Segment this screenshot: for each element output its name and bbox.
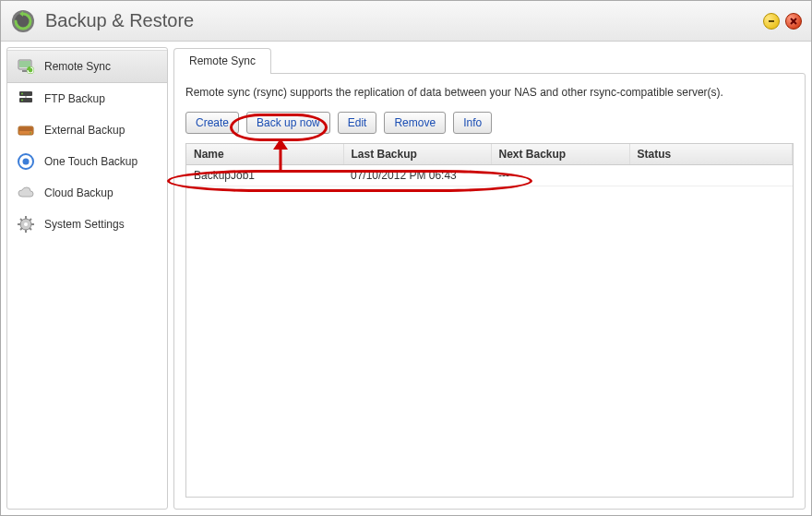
toolbar: Create Back up now Edit Remove Info [185,112,794,134]
cell-last-backup: 07/10/2012 PM 06:43 [343,164,491,186]
remove-button[interactable]: Remove [384,112,446,134]
tab-remote-sync[interactable]: Remote Sync [173,48,271,74]
tabs: Remote Sync [173,47,806,73]
svg-point-17 [23,159,30,165]
sidebar-item-label: External Backup [44,124,125,137]
col-next-backup[interactable]: Next Backup [491,144,629,165]
sidebar-item-cloud-backup[interactable]: Cloud Backup [7,177,167,209]
svg-rect-7 [19,61,30,67]
sidebar: Remote Sync FTP Backup External Backup O… [6,47,168,510]
sidebar-item-system-settings[interactable]: System Settings [7,209,167,240]
close-button[interactable] [785,13,802,30]
app-icon [10,8,36,34]
cloud-backup-icon [17,184,35,202]
sidebar-item-label: One Touch Backup [44,155,137,168]
col-last-backup[interactable]: Last Backup [343,144,491,165]
remote-sync-icon [17,57,35,76]
sidebar-item-ftp-backup[interactable]: FTP Backup [7,83,167,114]
window-controls [763,13,802,30]
svg-point-19 [24,222,28,226]
gear-icon [17,215,35,234]
svg-point-11 [21,93,23,95]
sidebar-item-label: System Settings [44,218,125,231]
job-table-container: Name Last Backup Next Backup Status Back… [185,143,794,498]
backup-now-button[interactable]: Back up now [246,112,330,134]
one-touch-backup-icon [17,152,35,171]
window: Backup & Restore Remote Sync FTP Bac [0,0,812,516]
titlebar: Backup & Restore [1,1,811,42]
minimize-button[interactable] [763,13,780,30]
col-name[interactable]: Name [186,144,343,165]
svg-line-25 [30,228,31,230]
sidebar-item-one-touch-backup[interactable]: One Touch Backup [7,146,167,177]
ftp-backup-icon [17,90,35,108]
main: Remote Sync Remote sync (rsync) supports… [173,47,806,510]
external-backup-icon [17,121,35,139]
svg-line-24 [20,219,22,221]
svg-point-15 [30,132,31,134]
col-status[interactable]: Status [629,144,793,165]
svg-line-26 [30,219,31,221]
create-button[interactable]: Create [185,112,239,134]
sidebar-item-label: Cloud Backup [44,186,113,199]
sidebar-item-external-backup[interactable]: External Backup [7,114,167,146]
svg-point-12 [21,100,23,102]
main-panel: Remote sync (rsync) supports the replica… [173,73,806,510]
job-table: Name Last Backup Next Backup Status Back… [186,144,793,186]
edit-button[interactable]: Edit [338,112,377,134]
svg-rect-14 [19,127,32,131]
cell-status [629,164,793,186]
table-row[interactable]: BackupJob1 07/10/2012 PM 06:43 --- [186,164,793,186]
cell-next-backup: --- [491,164,629,186]
content: Remote Sync FTP Backup External Backup O… [1,42,811,515]
panel-description: Remote sync (rsync) supports the replica… [185,85,794,101]
sidebar-item-remote-sync[interactable]: Remote Sync [7,50,167,83]
sidebar-item-label: Remote Sync [44,60,111,73]
sidebar-item-label: FTP Backup [44,92,105,105]
cell-name: BackupJob1 [186,164,343,186]
window-title: Backup & Restore [45,10,763,31]
info-button[interactable]: Info [453,112,492,134]
svg-line-27 [20,228,22,230]
